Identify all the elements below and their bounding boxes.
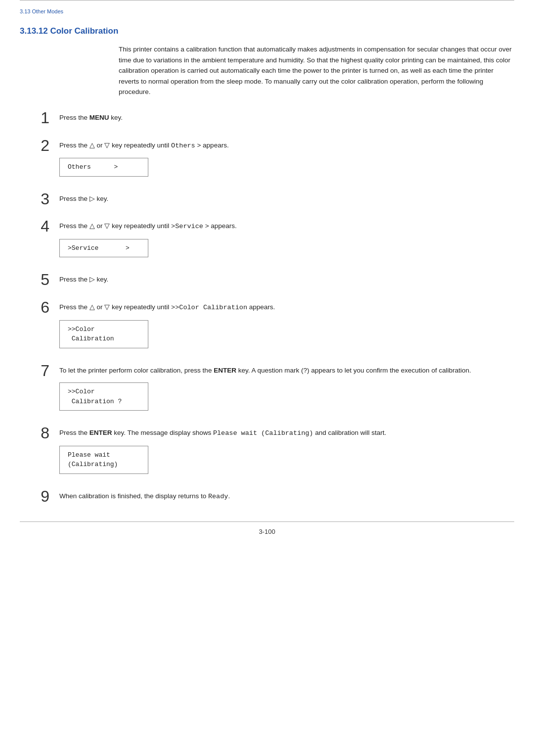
page-number: 3-100	[259, 528, 275, 535]
step-8-mono: Please wait (Calibrating)	[213, 429, 313, 437]
step-3: 3 Press the ▷ key.	[20, 190, 514, 209]
step-2-text: Press the △ or ▽ key repeatedly until Ot…	[59, 140, 514, 151]
step-5-number: 5	[20, 271, 49, 288]
step-5-content: Press the ▷ key.	[59, 271, 514, 290]
step-7-number: 7	[20, 362, 49, 379]
page-footer: 3-100	[0, 522, 534, 545]
top-border	[20, 0, 514, 4]
section-title: 3.13.12 Color Calibration	[0, 14, 534, 44]
step-9: 9 When calibration is finished, the disp…	[20, 488, 514, 507]
step-6-display: >>Color Calibration	[59, 320, 148, 348]
step-3-text: Press the ▷ key.	[59, 193, 514, 204]
step-6-number: 6	[20, 299, 49, 316]
step-4-text: Press the △ or ▽ key repeatedly until >S…	[59, 221, 514, 232]
step-7-bold: ENTER	[214, 367, 236, 374]
step-7-display: >>Color Calibration ?	[59, 382, 148, 411]
steps-container: 1 Press the MENU key. 2 Press the △ or ▽…	[0, 109, 534, 507]
step-4-number: 4	[20, 218, 49, 235]
step-2: 2 Press the △ or ▽ key repeatedly until …	[20, 137, 514, 182]
step-3-number: 3	[20, 190, 49, 208]
step-8-number: 8	[20, 425, 49, 442]
step-9-mono: Ready	[208, 493, 228, 500]
step-5: 5 Press the ▷ key.	[20, 271, 514, 290]
step-5-text: Press the ▷ key.	[59, 274, 514, 285]
step-1-content: Press the MENU key.	[59, 109, 514, 128]
step-8-content: Press the ENTER key. The message display…	[59, 425, 514, 479]
step-4-content: Press the △ or ▽ key repeatedly until >S…	[59, 218, 514, 262]
step-3-content: Press the ▷ key.	[59, 190, 514, 209]
step-2-number: 2	[20, 137, 49, 154]
step-4-display: >Service >	[59, 239, 148, 258]
step-4: 4 Press the △ or ▽ key repeatedly until …	[20, 218, 514, 262]
step-2-content: Press the △ or ▽ key repeatedly until Ot…	[59, 137, 514, 182]
page-container: 3.13 Other Modes 3.13.12 Color Calibrati…	[0, 0, 534, 756]
step-2-display: Others >	[59, 158, 148, 177]
step-8-display: Please wait(Calibrating)	[59, 446, 148, 474]
step-8-text: Press the ENTER key. The message display…	[59, 427, 514, 439]
step-6-content: Press the △ or ▽ key repeatedly until >>…	[59, 299, 514, 353]
step-7: 7 To let the printer perform color calib…	[20, 362, 514, 416]
step-6: 6 Press the △ or ▽ key repeatedly until …	[20, 299, 514, 353]
step-7-text: To let the printer perform color calibra…	[59, 365, 514, 376]
step-1-text: Press the MENU key.	[59, 112, 514, 123]
breadcrumb: 3.13 Other Modes	[0, 4, 534, 14]
step-7-content: To let the printer perform color calibra…	[59, 362, 514, 416]
step-9-text: When calibration is finished, the displa…	[59, 491, 514, 502]
step-8: 8 Press the ENTER key. The message displ…	[20, 425, 514, 479]
intro-text: This printer contains a calibration func…	[119, 44, 514, 97]
step-6-mono: >>Color Calibration	[171, 304, 247, 311]
step-4-mono: >Service	[171, 223, 203, 230]
step-9-content: When calibration is finished, the displa…	[59, 488, 514, 507]
step-1-bold: MENU	[89, 114, 109, 121]
step-1: 1 Press the MENU key.	[20, 109, 514, 128]
step-6-text: Press the △ or ▽ key repeatedly until >>…	[59, 302, 514, 313]
step-9-number: 9	[20, 488, 49, 505]
step-1-number: 1	[20, 109, 49, 127]
step-8-bold: ENTER	[89, 429, 112, 436]
step-2-mono: Others	[171, 142, 195, 149]
